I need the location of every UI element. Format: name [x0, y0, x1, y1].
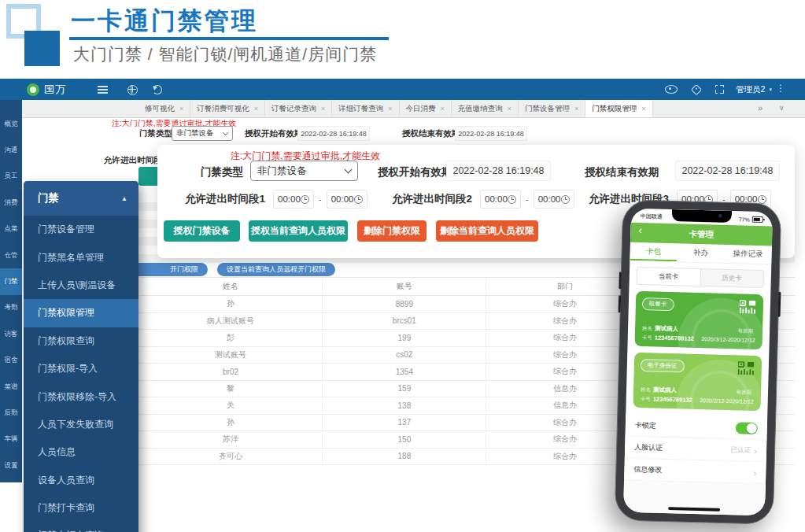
bg-end-value[interactable]: 2022-02-28 16:19:48: [455, 126, 527, 141]
phone-tab[interactable]: 操作记录: [724, 245, 772, 264]
menu-item[interactable]: 门禁设备管理: [24, 216, 138, 243]
close-icon[interactable]: [179, 105, 183, 113]
end-datetime-field[interactable]: 2022-02-28 16:19:48: [675, 161, 780, 181]
cell-name: br02: [139, 364, 323, 380]
menu-item[interactable]: 门禁打卡查询: [24, 494, 138, 522]
action-button[interactable]: 删除门禁权限: [357, 220, 427, 242]
menu-item[interactable]: 门禁权限管理: [24, 299, 138, 327]
rail-item[interactable]: 仓管: [0, 242, 22, 268]
tab-overflow-icon[interactable]: »: [758, 103, 763, 113]
bg-access-type-select[interactable]: 非门禁设备: [172, 126, 233, 141]
action-button-label: 删除门禁权限: [364, 224, 420, 238]
close-icon[interactable]: [388, 105, 392, 113]
time-from-field[interactable]: 00:00: [480, 190, 521, 209]
time-to-field[interactable]: 00:00: [327, 190, 367, 209]
clock-icon: [301, 195, 309, 204]
phone-tab-label: 卡包: [646, 246, 661, 257]
close-icon[interactable]: [641, 105, 645, 113]
menu-item[interactable]: 设备人员查询: [24, 467, 138, 494]
rail-item[interactable]: 概览: [0, 111, 22, 137]
rail-item[interactable]: 访客: [0, 321, 22, 347]
tab-label: 修可视化: [145, 104, 175, 114]
globe-icon[interactable]: [127, 85, 138, 95]
rail-item[interactable]: 沟通: [0, 137, 22, 163]
menu-item[interactable]: 人员信息: [24, 438, 138, 466]
menu-icon[interactable]: [98, 86, 108, 87]
tab[interactable]: 修可视化: [138, 100, 190, 117]
close-icon[interactable]: [321, 105, 325, 113]
access-type-value: 非门禁设备: [257, 164, 307, 178]
phone-tab[interactable]: 补办: [677, 243, 725, 263]
toggle-on[interactable]: [736, 422, 758, 434]
close-icon[interactable]: [254, 105, 258, 113]
close-icon[interactable]: [441, 105, 445, 113]
table-header-cell[interactable]: 姓名: [139, 278, 323, 295]
tab[interactable]: 订餐消费可视化: [190, 100, 265, 117]
virtual-card[interactable]: 电子身份证: [633, 353, 762, 411]
menu-header[interactable]: 门禁 ▲: [24, 181, 138, 216]
access-type-select[interactable]: 非门禁设备: [250, 161, 358, 181]
time-from-field[interactable]: 00:00: [273, 190, 314, 209]
tab-label: 订餐记录查询: [271, 104, 316, 114]
phone-tab[interactable]: 卡包: [630, 242, 678, 262]
menu-item[interactable]: 门禁权限查询: [24, 327, 138, 355]
menu-item[interactable]: 门禁黑名单管理: [24, 243, 138, 271]
menu-item[interactable]: 人员下发失败查询: [24, 411, 138, 438]
rail-item[interactable]: 门禁: [0, 268, 22, 294]
rail-item[interactable]: 车辆: [0, 427, 22, 453]
close-icon[interactable]: [508, 105, 511, 113]
tab-label: 充值缴纳查询: [458, 104, 503, 114]
tab[interactable]: 门禁设备管理: [519, 100, 585, 117]
card-subtab[interactable]: 历史卡: [700, 269, 763, 287]
tab[interactable]: 详细订餐查询: [332, 100, 399, 117]
tab[interactable]: 今日消费: [400, 100, 452, 117]
close-icon[interactable]: [574, 105, 578, 113]
rail-item[interactable]: 考勤: [0, 295, 22, 321]
time-from-value: 00:00: [485, 194, 508, 204]
rail-item[interactable]: 设置: [0, 453, 22, 478]
action-button[interactable]: 删除当前查询人员权限: [436, 220, 538, 242]
user-menu[interactable]: 管理员2 ▼: [736, 84, 773, 95]
access-menu: 门禁 ▲ 门禁设备管理 门禁黑名单管理 上传人员\测温设备: [24, 181, 138, 532]
rail-item-label: 点菜: [5, 224, 18, 234]
watch-icon[interactable]: [665, 85, 678, 94]
qr-code-icon[interactable]: [740, 300, 757, 314]
rail-item[interactable]: 员工: [0, 164, 22, 190]
menu-item[interactable]: 门禁未打卡查询: [24, 522, 138, 532]
virtual-card[interactable]: 取餐卡: [634, 291, 763, 349]
card-subtab[interactable]: 当前卡: [637, 268, 701, 286]
menu-item[interactable]: 上传人员\测温设备: [24, 272, 138, 299]
chevron-down-icon: [345, 166, 353, 174]
tab[interactable]: 订餐记录查询: [265, 100, 332, 117]
rail-item-label: 车辆: [5, 434, 18, 444]
menu-item[interactable]: 门禁权限移除-导入: [24, 382, 138, 410]
card-subtab-label: 历史卡: [722, 273, 742, 283]
back-icon[interactable]: ‹: [638, 224, 642, 236]
rail-item-label: 考勤: [5, 303, 18, 312]
qr-code-icon[interactable]: [738, 361, 755, 375]
start-datetime-field[interactable]: 2022-02-28 16:19:48: [446, 161, 551, 181]
menu-item[interactable]: 门禁权限-导入: [24, 355, 138, 382]
tab[interactable]: 充值缴纳查询: [452, 100, 519, 117]
tab-collapse-icon[interactable]: ∨: [779, 104, 785, 112]
rail-item[interactable]: 后勤: [0, 400, 22, 426]
rail-item[interactable]: 菜谱: [0, 374, 22, 400]
rail-item[interactable]: 点菜: [0, 216, 22, 242]
brand-logo-icon: [27, 83, 39, 96]
action-button[interactable]: 授权当前查询人员权限: [249, 220, 348, 242]
tab-label: 门禁权限管理: [592, 104, 637, 114]
more-options-icon[interactable]: ⋮: [776, 83, 785, 94]
fullscreen-icon[interactable]: [715, 85, 724, 94]
rail-item[interactable]: 宿舍: [0, 348, 22, 374]
card-number-label: 卡号: [641, 396, 651, 401]
menu-items: 门禁设备管理 门禁黑名单管理 上传人员\测温设备 门禁权限管理: [24, 216, 138, 532]
bg-start-value[interactable]: 2022-02-28 16:19:48: [297, 126, 370, 141]
remote-open-pill[interactable]: 设置当前查询人员远程开门权限: [217, 263, 335, 276]
refresh-icon[interactable]: [153, 85, 162, 94]
time-to-field[interactable]: 00:00: [534, 190, 574, 209]
rail-item[interactable]: 消费: [0, 190, 22, 216]
table-header-cell[interactable]: 账号: [323, 278, 486, 295]
tag-icon[interactable]: [691, 84, 702, 95]
tab[interactable]: 门禁权限管理: [585, 100, 652, 117]
action-button[interactable]: 授权门禁设备: [164, 220, 240, 242]
